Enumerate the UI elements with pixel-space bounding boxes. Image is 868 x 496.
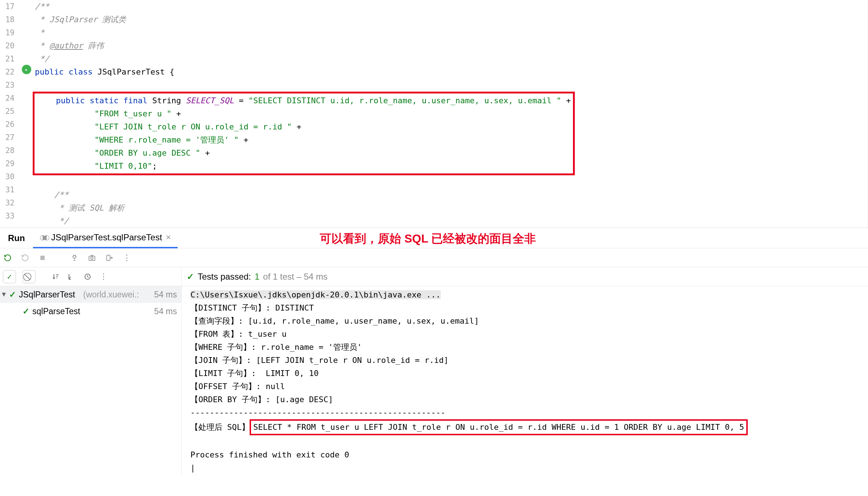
line-number: 21 <box>0 52 15 65</box>
line-number: 25 <box>0 105 15 118</box>
console-output[interactable]: C:\Users\Isxue\.jdks\openjdk-20.0.1\bin\… <box>182 286 868 475</box>
line-number-gutter: 1718192021222324252627282930313233 <box>0 0 21 228</box>
console-line: 【LIMIT 子句】: LIMIT 0, 10 <box>190 367 868 380</box>
code-line: * JSqlParser 测试类 <box>35 13 853 26</box>
tree-child-time: 54 ms <box>154 307 181 316</box>
pass-icon: ✓ <box>9 290 16 300</box>
chevron-down-icon: ▶ <box>1 293 7 297</box>
line-number: 33 <box>0 209 15 223</box>
marker-gutter: ▸ <box>21 0 35 228</box>
test-summary-bar: ✓ Tests passed: 1 of 1 test – 54 ms <box>182 267 868 286</box>
line-number: 19 <box>0 26 15 39</box>
pass-icon: ✓ <box>187 272 194 282</box>
show-ignored-icon[interactable]: ⃠ <box>23 270 36 283</box>
tests-passed-count: 1 <box>255 272 259 282</box>
console-line: 【DISTINCT 子句】: DISTINCT <box>190 301 868 315</box>
svg-rect-0 <box>40 256 45 260</box>
line-number: 30 <box>0 170 15 183</box>
import-icon[interactable] <box>67 272 76 281</box>
console-line <box>190 435 868 448</box>
run-tab-title: JSqlParserTest.sqlParseTest <box>51 232 162 243</box>
stop-icon[interactable] <box>38 253 47 263</box>
test-tree-toolbar: ✓ ⃠ ⋮ <box>0 267 181 286</box>
console-line: 【FROM 表】: t_user u <box>190 328 868 341</box>
code-line: public class JSqlParserTest { <box>35 65 853 79</box>
processed-sql-highlight: SELECT * FROM t_user u LEFT JOIN t_role … <box>250 419 748 435</box>
code-content[interactable]: /** * JSqlParser 测试类 * * @author 薛伟 */pu… <box>35 0 868 228</box>
code-line: /** <box>35 0 853 13</box>
line-number: 27 <box>0 131 15 144</box>
camera-icon[interactable] <box>87 253 97 263</box>
code-line: * <box>35 26 853 39</box>
show-passed-icon[interactable]: ✓ <box>3 270 16 283</box>
run-tab-bar: Run ◑◐ JSqlParserTest.sqlParseTest ✕ 可以看… <box>0 228 868 248</box>
line-number: 24 <box>0 92 15 105</box>
console-line: C:\Users\Isxue\.jdks\openjdk-20.0.1\bin\… <box>190 288 868 301</box>
line-number: 23 <box>0 79 15 92</box>
code-line: "ORDER BY u.age DESC " + <box>37 147 571 160</box>
test-tree-panel: ✓ ⃠ ⋮ ▶ ✓ JSqlParserTest (world.xuewei.:… <box>0 267 182 475</box>
active-run-tab[interactable]: ◑◐ JSqlParserTest.sqlParseTest ✕ <box>33 228 178 248</box>
rerun-failed-icon[interactable] <box>20 253 30 263</box>
close-tab-icon[interactable]: ✕ <box>166 233 171 241</box>
console-line: 【JOIN 子句】: [LEFT JOIN t_role r ON u.role… <box>190 354 868 367</box>
tree-more-icon[interactable]: ⋮ <box>99 272 108 281</box>
console-line: 【查询字段】: [u.id, r.role_name, u.user_name,… <box>190 315 868 328</box>
console-panel: ✓ Tests passed: 1 of 1 test – 54 ms C:\U… <box>182 267 868 475</box>
console-line: 【ORDER BY 子句】: [u.age DESC] <box>190 393 868 406</box>
code-line: "LEFT JOIN t_role r ON u.role_id = r.id … <box>37 120 571 133</box>
code-line: public static final String SELECT_SQL = … <box>37 94 571 107</box>
code-line: "WHERE r.role_name = '管理员' " + <box>37 133 571 147</box>
code-line: * @author 薛伟 <box>35 39 853 52</box>
svg-rect-4 <box>107 255 110 260</box>
line-number: 18 <box>0 13 15 26</box>
console-line: 【处理后 SQL】SELECT * FROM t_user u LEFT JOI… <box>190 419 868 435</box>
code-line: * 测试 SQL 解析 <box>35 201 853 215</box>
rerun-icon[interactable] <box>3 253 12 263</box>
svg-point-3 <box>91 257 93 259</box>
line-number: 28 <box>0 144 15 157</box>
line-number: 17 <box>0 0 15 13</box>
tree-root-pkg: (world.xuewei.: <box>83 290 139 300</box>
exit-icon[interactable] <box>105 253 114 263</box>
code-line <box>35 175 853 188</box>
run-class-gutter-icon[interactable]: ▸ <box>22 65 31 74</box>
tests-of-text: of 1 test – 54 ms <box>263 272 327 282</box>
code-line: "LIMIT 0,10"; <box>37 160 571 173</box>
code-line: */ <box>35 52 853 65</box>
console-line: Process finished with exit code 0 <box>190 448 868 461</box>
run-tool-window: Run ◑◐ JSqlParserTest.sqlParseTest ✕ 可以看… <box>0 228 868 475</box>
tests-passed-label: Tests passed: <box>198 272 251 282</box>
more-icon[interactable]: ⋮ <box>122 253 132 263</box>
console-line: ----------------------------------------… <box>190 406 868 419</box>
test-tree: ▶ ✓ JSqlParserTest (world.xuewei.: 54 ms… <box>0 286 181 320</box>
line-number: 31 <box>0 183 15 196</box>
test-tree-root[interactable]: ▶ ✓ JSqlParserTest (world.xuewei.: 54 ms <box>0 286 181 303</box>
code-line <box>35 79 853 92</box>
highlight-box: public static final String SELECT_SQL = … <box>33 92 575 175</box>
code-line: */ <box>35 215 853 228</box>
line-number: 32 <box>0 196 15 209</box>
line-number: 26 <box>0 118 15 131</box>
run-panel-label: Run <box>0 233 33 243</box>
sort-icon[interactable] <box>51 272 60 281</box>
history-icon[interactable] <box>83 272 92 281</box>
tree-root-time: 54 ms <box>154 290 181 300</box>
overlay-annotation: 可以看到，原始 SQL 已经被改的面目全非 <box>320 231 536 247</box>
console-line: 【OFFSET 子句】: null <box>190 380 868 393</box>
console-line: 【WHERE 子句】: r.role_name = '管理员' <box>190 341 868 354</box>
dump-threads-icon[interactable] <box>70 253 79 263</box>
run-toolbar: ⋮ <box>0 248 868 267</box>
test-tree-child[interactable]: ✓ sqlParseTest 54 ms <box>0 303 181 320</box>
line-number: 22 <box>0 65 15 79</box>
line-number: 20 <box>0 39 15 52</box>
code-line: "FROM t_user u " + <box>37 107 571 120</box>
code-editor: 1718192021222324252627282930313233 ▸ /**… <box>0 0 868 228</box>
console-cursor: | <box>190 461 868 475</box>
run-body: ✓ ⃠ ⋮ ▶ ✓ JSqlParserTest (world.xuewei.:… <box>0 267 868 475</box>
svg-point-1 <box>73 255 76 258</box>
test-config-icon: ◑◐ <box>40 233 48 241</box>
tree-child-name: sqlParseTest <box>32 307 80 316</box>
line-number: 29 <box>0 157 15 170</box>
pass-icon: ✓ <box>23 307 29 316</box>
